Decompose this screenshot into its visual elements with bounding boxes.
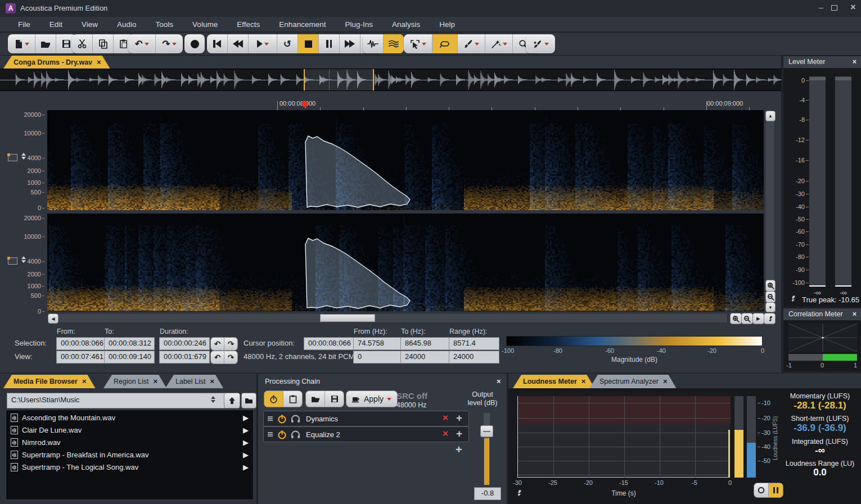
channel-1-zoom-stepper[interactable]: [21, 153, 26, 160]
go-to-start-button[interactable]: [207, 34, 228, 53]
h-scroll-play-button[interactable]: [752, 313, 764, 324]
file-list-item[interactable]: Clair De Lune.wav: [6, 424, 253, 436]
play-button[interactable]: [249, 34, 277, 53]
tab-region-list[interactable]: Region List: [103, 375, 166, 388]
file-list-item[interactable]: Supertramp - The Logical Song.wav: [6, 461, 253, 473]
preview-play-icon[interactable]: [243, 414, 249, 422]
stop-button[interactable]: [298, 34, 319, 53]
scroll-left-button[interactable]: [48, 314, 58, 324]
correlation-meter-close-icon[interactable]: [853, 308, 857, 320]
tab-loudness-meter[interactable]: Loudness Meter: [513, 375, 594, 388]
file-list-item[interactable]: Nimrod.wav: [6, 436, 253, 448]
vertical-scrollbar[interactable]: [765, 110, 775, 312]
file-list-item[interactable]: Supertramp - Breakfast in America.wav: [6, 448, 253, 461]
rewind-button[interactable]: [228, 34, 249, 53]
redo-button[interactable]: [156, 34, 183, 53]
fast-forward-button[interactable]: [340, 34, 360, 53]
horizontal-scrollbar[interactable]: [47, 313, 728, 323]
cursor-to-hz-field[interactable]: 8645.98: [400, 337, 450, 350]
effect-power-icon[interactable]: [277, 414, 287, 424]
overview-selection[interactable]: [304, 69, 374, 90]
channel-2-zoom-stepper[interactable]: [21, 256, 26, 263]
loudness-settings-wrench-icon[interactable]: [514, 489, 522, 500]
selection-duration-field[interactable]: 00:00:00:246: [159, 337, 210, 350]
menu-view[interactable]: View: [72, 20, 107, 29]
tab-close-icon[interactable]: [663, 375, 668, 388]
view-settings-wrench-button[interactable]: [764, 313, 776, 324]
folder-up-button[interactable]: [224, 393, 240, 408]
folder-path-select[interactable]: C:\Users\Stian\Music: [7, 393, 226, 408]
selection-undo-button[interactable]: [211, 338, 224, 350]
document-tab-close-icon[interactable]: [97, 56, 101, 69]
view-duration-field[interactable]: 00:00:01:679: [159, 351, 210, 364]
preview-play-icon[interactable]: [243, 463, 249, 471]
waveform-overview[interactable]: [0, 69, 781, 91]
effect-monitor-headphones-icon[interactable]: [291, 430, 300, 439]
view-redo-button[interactable]: [224, 351, 237, 364]
retouch-tool-button[interactable]: [526, 34, 555, 53]
overview-selection-left-handle[interactable]: [304, 69, 305, 90]
menu-file[interactable]: File: [8, 20, 40, 29]
record-button[interactable]: [184, 34, 205, 53]
cut-button[interactable]: [72, 34, 93, 53]
output-level-slider[interactable]: [484, 413, 490, 485]
level-meter-close-icon[interactable]: [853, 56, 857, 68]
menu-audio[interactable]: Audio: [107, 20, 146, 29]
channel-2-select-icon[interactable]: [8, 257, 17, 265]
new-file-button[interactable]: [8, 34, 35, 53]
menu-effects[interactable]: Effects: [227, 20, 269, 29]
remove-effect-icon[interactable]: [443, 428, 448, 439]
cursor-position-field[interactable]: 00:00:08:066: [304, 337, 355, 350]
cursor-range-hz-field[interactable]: 8571.4: [449, 337, 499, 350]
full-range-hz-field[interactable]: 24000: [449, 351, 499, 364]
loudness-reset-button[interactable]: [754, 483, 769, 497]
add-effect-icon[interactable]: [456, 412, 462, 424]
view-undo-button[interactable]: [211, 351, 224, 364]
menu-volume[interactable]: Volume: [183, 20, 227, 29]
effect-power-icon[interactable]: [277, 430, 287, 439]
drag-handle-icon[interactable]: [268, 416, 273, 422]
magic-wand-tool-button[interactable]: [485, 34, 513, 53]
selection-from-field[interactable]: 00:00:08:066: [56, 337, 107, 350]
cursor-from-hz-field[interactable]: 74.5758: [353, 337, 403, 350]
chain-effect-row[interactable]: Dynamics: [263, 411, 469, 426]
selection-to-field[interactable]: 00:00:08:312: [104, 337, 155, 350]
chain-effect-row[interactable]: Equalize 2: [263, 426, 469, 442]
browse-folder-button[interactable]: [241, 393, 256, 408]
chain-save-button[interactable]: [325, 391, 344, 407]
overview-waveform-canvas[interactable]: [0, 69, 781, 90]
chain-open-button[interactable]: [306, 391, 325, 407]
v-zoom-out-button[interactable]: [765, 291, 776, 303]
level-meter-settings-wrench-icon[interactable]: [788, 294, 796, 305]
h-scroll-thumb[interactable]: [320, 314, 375, 322]
spectrogram-view-button[interactable]: [384, 34, 404, 53]
select-tool-button[interactable]: [404, 34, 432, 53]
preview-play-icon[interactable]: [243, 438, 249, 447]
selection-redo-button[interactable]: [224, 338, 237, 350]
document-tab[interactable]: Conga Drums - Dry.wav: [3, 56, 110, 69]
scroll-down-button[interactable]: [765, 302, 776, 312]
menu-enhancement[interactable]: Enhancement: [269, 20, 335, 29]
tab-spectrum-analyzer[interactable]: Spectrum Analyzer: [589, 375, 677, 388]
apply-chain-button[interactable]: Apply: [346, 391, 398, 407]
undo-button[interactable]: [128, 34, 156, 53]
menu-plugins[interactable]: Plug-Ins: [335, 20, 382, 29]
full-to-hz-field[interactable]: 24000: [400, 351, 450, 364]
selection-polygon-channel-1[interactable]: [47, 110, 764, 210]
waveform-view-button[interactable]: [363, 34, 384, 53]
overview-selection-right-handle[interactable]: [373, 69, 374, 90]
effect-monitor-headphones-icon[interactable]: [291, 415, 300, 423]
h-zoom-in-button[interactable]: [730, 313, 742, 324]
chain-enable-button[interactable]: [264, 391, 283, 407]
scroll-up-button[interactable]: [765, 111, 776, 121]
freehand-select-tool-button[interactable]: [432, 34, 458, 53]
v-zoom-in-button[interactable]: [765, 280, 776, 292]
close-button[interactable]: [846, 2, 860, 15]
selection-polygon-channel-2[interactable]: [47, 214, 764, 311]
chain-paste-button[interactable]: [283, 391, 302, 407]
menu-edit[interactable]: Edit: [40, 20, 72, 29]
tab-close-icon[interactable]: [82, 375, 87, 388]
copy-button[interactable]: [93, 34, 114, 53]
folder-path-spinner-icon[interactable]: [211, 396, 215, 403]
remove-effect-icon[interactable]: [443, 412, 448, 424]
